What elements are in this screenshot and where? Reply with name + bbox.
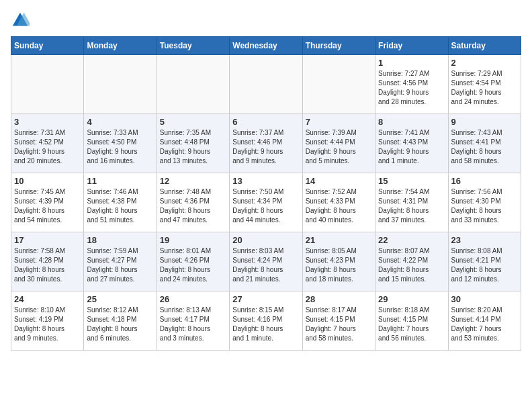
calendar-cell: 24Sunrise: 8:10 AM Sunset: 4:19 PM Dayli… (11, 291, 84, 351)
day-info: Sunrise: 8:17 AM Sunset: 4:15 PM Dayligh… (306, 306, 372, 343)
day-number: 16 (451, 176, 518, 186)
logo (11, 11, 32, 30)
calendar-cell: 16Sunrise: 7:56 AM Sunset: 4:30 PM Dayli… (448, 173, 521, 232)
day-number: 8 (378, 117, 445, 127)
day-number: 18 (87, 235, 153, 245)
day-info: Sunrise: 8:03 AM Sunset: 4:24 PM Dayligh… (232, 246, 299, 284)
day-info: Sunrise: 7:59 AM Sunset: 4:27 PM Dayligh… (87, 246, 153, 284)
day-number: 4 (87, 117, 153, 127)
day-info: Sunrise: 7:45 AM Sunset: 4:39 PM Dayligh… (14, 187, 81, 225)
day-header-tuesday: Tuesday (157, 37, 229, 55)
day-number: 10 (14, 176, 81, 186)
day-number: 2 (451, 58, 518, 68)
calendar-cell: 25Sunrise: 8:12 AM Sunset: 4:18 PM Dayli… (84, 291, 157, 351)
calendar-cell: 13Sunrise: 7:50 AM Sunset: 4:34 PM Dayli… (230, 173, 302, 232)
calendar-cell: 1Sunrise: 7:27 AM Sunset: 4:56 PM Daylig… (375, 55, 448, 114)
day-info: Sunrise: 8:08 AM Sunset: 4:21 PM Dayligh… (451, 246, 518, 284)
calendar-week-row: 10Sunrise: 7:45 AM Sunset: 4:39 PM Dayli… (11, 173, 521, 232)
calendar-cell (84, 55, 157, 114)
calendar-cell (302, 55, 375, 114)
day-info: Sunrise: 8:07 AM Sunset: 4:22 PM Dayligh… (378, 246, 445, 284)
calendar-week-row: 24Sunrise: 8:10 AM Sunset: 4:19 PM Dayli… (11, 291, 521, 351)
day-number: 12 (160, 176, 226, 186)
calendar-week-row: 1Sunrise: 7:27 AM Sunset: 4:56 PM Daylig… (11, 55, 521, 114)
day-number: 5 (160, 117, 226, 127)
day-number: 26 (160, 294, 226, 304)
day-info: Sunrise: 8:10 AM Sunset: 4:19 PM Dayligh… (14, 306, 81, 343)
day-info: Sunrise: 8:15 AM Sunset: 4:16 PM Dayligh… (232, 306, 299, 343)
day-info: Sunrise: 7:35 AM Sunset: 4:48 PM Dayligh… (160, 128, 226, 166)
calendar-cell: 18Sunrise: 7:59 AM Sunset: 4:27 PM Dayli… (84, 232, 157, 291)
calendar-cell (230, 55, 302, 114)
day-number: 20 (232, 235, 299, 245)
calendar-cell: 2Sunrise: 7:29 AM Sunset: 4:54 PM Daylig… (448, 55, 521, 114)
calendar-cell: 29Sunrise: 8:18 AM Sunset: 4:15 PM Dayli… (375, 291, 448, 351)
calendar-cell: 14Sunrise: 7:52 AM Sunset: 4:33 PM Dayli… (302, 173, 375, 232)
calendar-cell: 5Sunrise: 7:35 AM Sunset: 4:48 PM Daylig… (157, 114, 229, 173)
day-info: Sunrise: 8:05 AM Sunset: 4:23 PM Dayligh… (306, 246, 372, 284)
calendar-cell: 19Sunrise: 8:01 AM Sunset: 4:26 PM Dayli… (157, 232, 229, 291)
calendar-cell: 3Sunrise: 7:31 AM Sunset: 4:52 PM Daylig… (11, 114, 84, 173)
day-header-monday: Monday (84, 37, 157, 55)
calendar-week-row: 17Sunrise: 7:58 AM Sunset: 4:28 PM Dayli… (11, 232, 521, 291)
day-number: 1 (378, 58, 445, 68)
calendar-cell: 20Sunrise: 8:03 AM Sunset: 4:24 PM Dayli… (230, 232, 302, 291)
calendar-cell: 4Sunrise: 7:33 AM Sunset: 4:50 PM Daylig… (84, 114, 157, 173)
day-header-saturday: Saturday (448, 37, 521, 55)
day-number: 15 (378, 176, 445, 186)
day-number: 19 (160, 235, 226, 245)
header (11, 11, 521, 30)
day-number: 14 (306, 176, 372, 186)
calendar-cell: 30Sunrise: 8:20 AM Sunset: 4:14 PM Dayli… (448, 291, 521, 351)
day-header-wednesday: Wednesday (230, 37, 302, 55)
day-info: Sunrise: 7:48 AM Sunset: 4:36 PM Dayligh… (160, 187, 226, 225)
day-number: 6 (232, 117, 299, 127)
day-info: Sunrise: 7:29 AM Sunset: 4:54 PM Dayligh… (451, 69, 518, 107)
calendar-cell: 8Sunrise: 7:41 AM Sunset: 4:43 PM Daylig… (375, 114, 448, 173)
calendar-cell: 15Sunrise: 7:54 AM Sunset: 4:31 PM Dayli… (375, 173, 448, 232)
calendar-cell: 27Sunrise: 8:15 AM Sunset: 4:16 PM Dayli… (230, 291, 302, 351)
calendar-cell: 28Sunrise: 8:17 AM Sunset: 4:15 PM Dayli… (302, 291, 375, 351)
day-info: Sunrise: 7:58 AM Sunset: 4:28 PM Dayligh… (14, 246, 81, 284)
calendar-week-row: 3Sunrise: 7:31 AM Sunset: 4:52 PM Daylig… (11, 114, 521, 173)
day-header-sunday: Sunday (11, 37, 84, 55)
day-number: 3 (14, 117, 81, 127)
calendar-cell: 11Sunrise: 7:46 AM Sunset: 4:38 PM Dayli… (84, 173, 157, 232)
day-info: Sunrise: 8:18 AM Sunset: 4:15 PM Dayligh… (378, 306, 445, 343)
day-info: Sunrise: 7:56 AM Sunset: 4:30 PM Dayligh… (451, 187, 518, 225)
day-number: 22 (378, 235, 445, 245)
day-number: 23 (451, 235, 518, 245)
day-info: Sunrise: 7:52 AM Sunset: 4:33 PM Dayligh… (306, 187, 372, 225)
day-number: 30 (451, 294, 518, 304)
day-info: Sunrise: 8:20 AM Sunset: 4:14 PM Dayligh… (451, 306, 518, 343)
calendar-cell: 17Sunrise: 7:58 AM Sunset: 4:28 PM Dayli… (11, 232, 84, 291)
day-header-friday: Friday (375, 37, 448, 55)
calendar-cell: 22Sunrise: 8:07 AM Sunset: 4:22 PM Dayli… (375, 232, 448, 291)
calendar-cell: 21Sunrise: 8:05 AM Sunset: 4:23 PM Dayli… (302, 232, 375, 291)
day-info: Sunrise: 7:37 AM Sunset: 4:46 PM Dayligh… (232, 128, 299, 166)
day-info: Sunrise: 8:12 AM Sunset: 4:18 PM Dayligh… (87, 306, 153, 343)
day-info: Sunrise: 7:27 AM Sunset: 4:56 PM Dayligh… (378, 69, 445, 107)
day-number: 27 (232, 294, 299, 304)
day-number: 21 (306, 235, 372, 245)
day-info: Sunrise: 7:54 AM Sunset: 4:31 PM Dayligh… (378, 187, 445, 225)
calendar-cell (157, 55, 229, 114)
day-info: Sunrise: 7:50 AM Sunset: 4:34 PM Dayligh… (232, 187, 299, 225)
day-number: 25 (87, 294, 153, 304)
logo-icon (11, 11, 30, 30)
day-number: 28 (306, 294, 372, 304)
calendar-cell: 12Sunrise: 7:48 AM Sunset: 4:36 PM Dayli… (157, 173, 229, 232)
calendar-cell: 7Sunrise: 7:39 AM Sunset: 4:44 PM Daylig… (302, 114, 375, 173)
calendar-cell: 6Sunrise: 7:37 AM Sunset: 4:46 PM Daylig… (230, 114, 302, 173)
day-info: Sunrise: 7:31 AM Sunset: 4:52 PM Dayligh… (14, 128, 81, 166)
calendar-header-row: SundayMondayTuesdayWednesdayThursdayFrid… (11, 37, 521, 55)
calendar-cell: 26Sunrise: 8:13 AM Sunset: 4:17 PM Dayli… (157, 291, 229, 351)
day-info: Sunrise: 7:46 AM Sunset: 4:38 PM Dayligh… (87, 187, 153, 225)
day-info: Sunrise: 8:01 AM Sunset: 4:26 PM Dayligh… (160, 246, 226, 284)
calendar-cell: 9Sunrise: 7:43 AM Sunset: 4:41 PM Daylig… (448, 114, 521, 173)
calendar-cell: 23Sunrise: 8:08 AM Sunset: 4:21 PM Dayli… (448, 232, 521, 291)
day-number: 11 (87, 176, 153, 186)
day-info: Sunrise: 7:43 AM Sunset: 4:41 PM Dayligh… (451, 128, 518, 166)
day-number: 17 (14, 235, 81, 245)
day-info: Sunrise: 7:33 AM Sunset: 4:50 PM Dayligh… (87, 128, 153, 166)
